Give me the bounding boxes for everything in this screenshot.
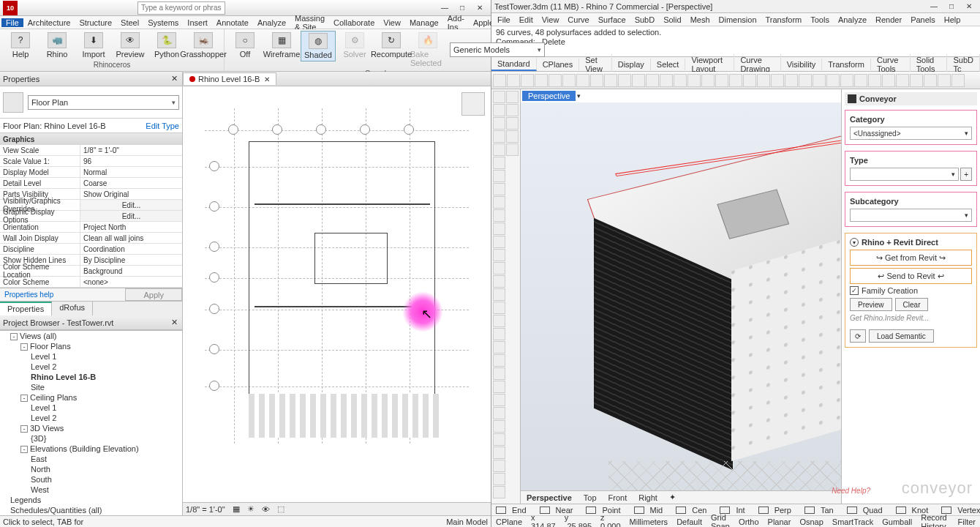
tree-item[interactable]: West <box>31 485 182 495</box>
menu-systems[interactable]: Systems <box>143 18 183 27</box>
tree-item[interactable]: Schedules/Quantities (all) <box>10 505 182 515</box>
status-toggle-ortho[interactable]: Ortho <box>734 517 764 526</box>
property-row[interactable]: DisciplineCoordination <box>0 244 182 255</box>
sidebar-tool-button[interactable] <box>493 209 505 222</box>
property-row[interactable]: Wall Join DisplayClean all wall joins <box>0 233 182 244</box>
menu-transform[interactable]: Transform <box>761 15 807 24</box>
view-control-bar[interactable]: 1/8" = 1'-0" ▦ ☀ 👁 ⬚ <box>183 502 491 515</box>
toolbar-button[interactable] <box>743 74 756 87</box>
menu-annotate[interactable]: Annotate <box>212 18 253 27</box>
toolbar-button[interactable] <box>868 74 881 87</box>
toolbar-button[interactable] <box>813 74 826 87</box>
view-control-icon[interactable]: ⬚ <box>277 504 284 514</box>
sidebar-tool-button[interactable] <box>493 157 505 169</box>
property-row[interactable]: Detail LevelCoarse <box>0 178 182 189</box>
toolbar-button[interactable] <box>521 74 534 87</box>
property-row[interactable]: Display ModelNormal <box>0 167 182 178</box>
menu-panels[interactable]: Panels <box>906 15 940 24</box>
menu-collaborate[interactable]: Collaborate <box>329 18 379 27</box>
menu-solid[interactable]: Solid <box>659 15 685 24</box>
ribbon-shaded-button[interactable]: ◍Shaded <box>301 31 336 61</box>
toolbar-button[interactable] <box>701 74 715 87</box>
osnap-tan[interactable]: Tan <box>800 506 843 515</box>
ribbon-grasshopper-button[interactable]: 🦗Grasshopper <box>186 31 221 60</box>
navigation-cube[interactable] <box>461 92 485 116</box>
status-toggle-recordhistory[interactable]: Record History <box>916 513 953 528</box>
tab-drofus[interactable]: dRofus <box>52 302 93 315</box>
tree-item[interactable]: Level 1 <box>31 403 182 413</box>
menu-tools[interactable]: Tools <box>806 15 834 24</box>
sidebar-tool-button[interactable] <box>506 130 519 143</box>
sidebar-tool-button[interactable] <box>493 262 505 274</box>
tree-item[interactable]: Level 2 <box>31 362 182 372</box>
sidebar-tool-button[interactable] <box>493 328 505 340</box>
sidebar-tool-button[interactable] <box>493 354 505 367</box>
toolbar-button[interactable] <box>507 74 520 87</box>
status-toggle-smarttrack[interactable]: SmartTrack <box>828 517 878 526</box>
view-control-icon[interactable]: ▦ <box>233 504 240 514</box>
rhino-command-area[interactable]: 96 curves, 48 polysurfaces added to sele… <box>491 26 980 57</box>
sidebar-tool-button[interactable] <box>493 104 505 116</box>
tree-item[interactable]: -Views (all) <box>10 331 182 341</box>
toolbar-button[interactable] <box>729 74 742 87</box>
subcategory-combo[interactable] <box>850 209 972 222</box>
property-row[interactable]: Color Scheme LocationBackground <box>0 266 182 277</box>
view-control-icon[interactable]: 👁 <box>262 505 270 514</box>
property-row[interactable]: Graphic Display OptionsEdit... <box>0 211 182 222</box>
main-model-label[interactable]: Main Model <box>446 517 488 526</box>
property-row[interactable]: Scale Value 1:96 <box>0 156 182 167</box>
toolbar-button[interactable] <box>618 74 631 87</box>
menu-dimension[interactable]: Dimension <box>715 15 761 24</box>
toolbar-button[interactable] <box>604 74 617 87</box>
sidebar-tool-button[interactable] <box>493 394 505 406</box>
menu-insert[interactable]: Insert <box>183 18 212 27</box>
osnap-mid[interactable]: Mid <box>630 506 672 515</box>
revit-search-input[interactable] <box>137 1 225 15</box>
minimize-button[interactable]: — <box>437 2 453 14</box>
toolbar-tab[interactable]: Display <box>612 59 651 70</box>
viewport-add-icon[interactable]: ✦ <box>663 493 682 502</box>
sidebar-tool-button[interactable] <box>493 143 505 156</box>
sidebar-tool-button[interactable] <box>493 486 505 498</box>
properties-close-button[interactable]: ✕ <box>169 74 179 84</box>
revit-canvas[interactable]: ↖ <box>183 86 491 502</box>
menu-help[interactable]: Help <box>940 15 965 24</box>
ribbon-rhino-button[interactable]: 🦏Rhino <box>39 31 75 60</box>
collapse-icon[interactable]: ▾ <box>850 238 859 247</box>
toolbar-button[interactable] <box>590 74 603 87</box>
type-combo[interactable] <box>850 168 959 181</box>
tree-item[interactable]: North <box>31 464 182 474</box>
tree-item[interactable]: {3D} <box>31 433 182 444</box>
viewport-menu-icon[interactable]: ▾ <box>577 92 581 100</box>
status-toggle-gumball[interactable]: Gumball <box>878 517 916 526</box>
toolbar-tab[interactable]: Standard <box>491 58 537 71</box>
sidebar-tool-button[interactable] <box>493 420 505 433</box>
osnap-quad[interactable]: Quad <box>843 506 892 515</box>
menu-view[interactable]: View <box>379 18 405 27</box>
toolbar-button[interactable] <box>951 74 965 87</box>
sidebar-tool-button[interactable] <box>493 367 505 380</box>
status-toggle-osnap[interactable]: Osnap <box>795 517 827 526</box>
type-add-button[interactable]: + <box>960 168 972 181</box>
toolbar-button[interactable] <box>771 74 784 87</box>
toolbar-button[interactable] <box>493 74 506 87</box>
maximize-button[interactable]: □ <box>454 2 470 14</box>
toolbar-tab[interactable]: CPlanes <box>537 59 580 70</box>
tree-item[interactable]: Level 1 <box>31 351 182 362</box>
menu-view[interactable]: View <box>538 15 564 24</box>
ribbon-preview-button[interactable]: 👁Preview <box>113 31 148 60</box>
sidebar-tool-button[interactable] <box>506 91 519 103</box>
sidebar-tool-button[interactable] <box>493 183 505 195</box>
toolbar-button[interactable] <box>799 74 812 87</box>
toolbar-button[interactable] <box>646 74 659 87</box>
menu-massingsite[interactable]: Massing & Site <box>290 14 329 31</box>
tree-item[interactable]: -3D Views <box>20 423 182 433</box>
edit-type-button[interactable]: Edit Type <box>146 122 179 130</box>
toolbar-button[interactable] <box>757 74 770 87</box>
sidebar-tool-button[interactable] <box>493 381 505 393</box>
property-row[interactable]: View Scale1/8" = 1'-0" <box>0 145 182 156</box>
sidebar-tool-button[interactable] <box>493 315 505 327</box>
toolbar-button[interactable] <box>632 74 645 87</box>
sidebar-tool-button[interactable] <box>493 341 505 354</box>
view-control-icon[interactable]: ☀ <box>247 504 255 514</box>
